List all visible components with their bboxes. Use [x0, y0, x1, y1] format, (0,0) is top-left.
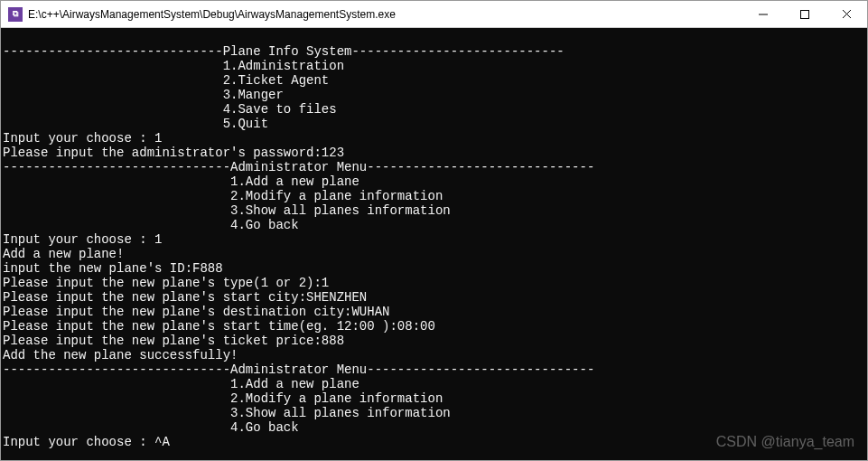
menu-item: 3.Show all planes information: [3, 406, 451, 420]
menu-header: ------------------------------Administra…: [3, 362, 594, 377]
menu-item: 5.Quit: [3, 117, 268, 131]
menu-item: 4.Go back: [3, 420, 299, 435]
svg-rect-1: [801, 10, 809, 18]
watermark: CSDN @tianya_team: [716, 435, 854, 449]
prompt-line: Input your choose : ^A: [3, 435, 170, 449]
menu-item: 1.Add a new plane: [3, 377, 359, 391]
prompt-line: Please input the new plane's start city:…: [3, 290, 367, 305]
prompt-line: Please input the new plane's type(1 or 2…: [3, 276, 329, 290]
prompt-line: Input your choose : 1: [3, 131, 162, 146]
console-window: ⧉ E:\c++\AirwaysManagementSystem\Debug\A…: [0, 0, 868, 461]
maximize-button[interactable]: [784, 1, 826, 27]
minimize-button[interactable]: [742, 1, 784, 27]
prompt-line: Input your choose : 1: [3, 232, 162, 247]
menu-header: -----------------------------Plane Info …: [3, 44, 565, 59]
app-icon: ⧉: [8, 7, 23, 22]
prompt-line: input the new plane's ID:F888: [3, 261, 223, 276]
menu-item: 4.Go back: [3, 218, 299, 232]
console-output[interactable]: -----------------------------Plane Info …: [1, 28, 867, 460]
prompt-line: Please input the new plane's ticket pric…: [3, 334, 344, 348]
prompt-line: Please input the new plane's start time(…: [3, 319, 435, 334]
menu-item: 1.Administration: [3, 59, 344, 73]
prompt-line: Please input the new plane's destination…: [3, 305, 389, 319]
menu-item: 2.Modify a plane information: [3, 189, 443, 203]
menu-item: 3.Manger: [3, 88, 284, 102]
output-line: Add a new plane!: [3, 247, 124, 261]
close-button[interactable]: [826, 1, 867, 27]
menu-item: 3.Show all planes information: [3, 203, 451, 218]
output-line: Add the new plane successfully!: [3, 348, 238, 362]
menu-header: ------------------------------Administra…: [3, 160, 594, 174]
menu-item: 2.Ticket Agent: [3, 73, 329, 88]
menu-item: 1.Add a new plane: [3, 174, 359, 189]
window-controls: [742, 1, 867, 27]
window-title: E:\c++\AirwaysManagementSystem\Debug\Air…: [28, 8, 742, 21]
menu-item: 4.Save to files: [3, 102, 337, 117]
menu-item: 2.Modify a plane information: [3, 391, 443, 406]
prompt-line: Please input the administrator's passwor…: [3, 146, 344, 160]
titlebar[interactable]: ⧉ E:\c++\AirwaysManagementSystem\Debug\A…: [1, 1, 867, 28]
